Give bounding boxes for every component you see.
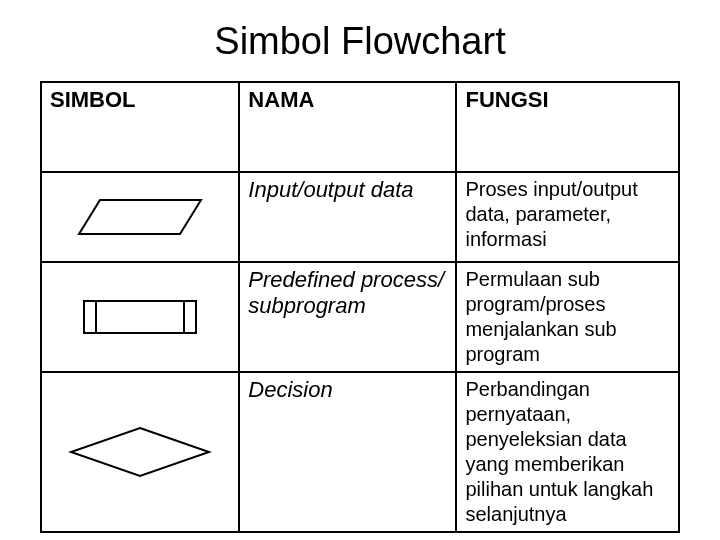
nama-cell: Predefined process/ subprogram [239, 262, 456, 372]
header-simbol: SIMBOL [41, 82, 239, 172]
header-nama: NAMA [239, 82, 456, 172]
table-row: Predefined process/ subprogram Permulaan… [41, 262, 679, 372]
table-row: Decision Perbandingan pernyataan, penyel… [41, 372, 679, 532]
svg-marker-4 [71, 428, 209, 476]
fungsi-cell: Permulaan sub program/proses menjalankan… [456, 262, 679, 372]
symbol-cell [41, 262, 239, 372]
nama-cell: Decision [239, 372, 456, 532]
table-header-row: SIMBOL NAMA FUNGSI [41, 82, 679, 172]
diamond-icon [65, 422, 215, 482]
svg-marker-0 [79, 200, 201, 234]
nama-cell: Input/output data [239, 172, 456, 262]
svg-rect-1 [84, 301, 196, 333]
predefined-process-icon [80, 295, 200, 339]
fungsi-cell: Perbandingan pernyataan, penyeleksian da… [456, 372, 679, 532]
header-fungsi: FUNGSI [456, 82, 679, 172]
page-title: Simbol Flowchart [0, 0, 720, 81]
table-row: Input/output data Proses input/output da… [41, 172, 679, 262]
flowchart-table: SIMBOL NAMA FUNGSI Input/output data Pro… [40, 81, 680, 533]
symbol-cell [41, 372, 239, 532]
symbol-cell [41, 172, 239, 262]
parallelogram-icon [75, 196, 205, 238]
fungsi-cell: Proses input/output data, parameter, inf… [456, 172, 679, 262]
